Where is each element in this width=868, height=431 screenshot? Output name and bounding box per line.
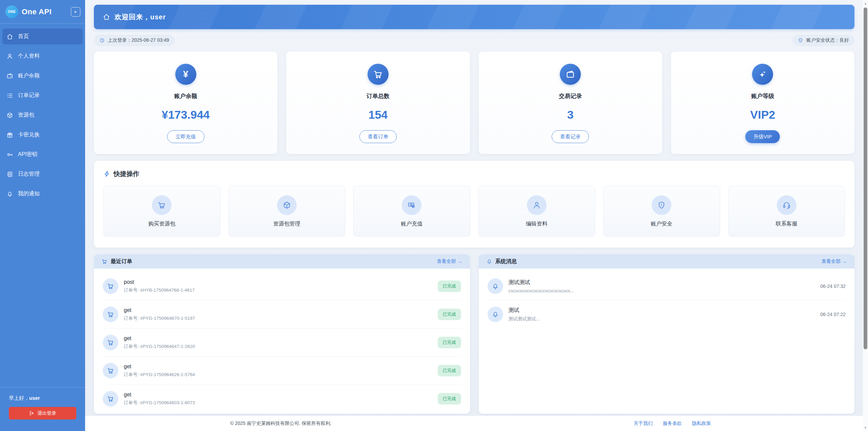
sidebar-item-label: 订单记录: [18, 92, 40, 99]
system-messages-header: 系统消息 查看全部 →: [479, 254, 855, 269]
stat-value: 154: [369, 108, 388, 121]
system-messages-panel: 系统消息 查看全部 →: [479, 254, 855, 414]
order-number: 订单号: #PYG-1750964626-1-5764: [124, 372, 432, 378]
sidebar-collapse-button[interactable]: [71, 7, 80, 17]
order-row[interactable]: get 订单号: #PYG-1750964626-1-5764 已完成: [103, 356, 461, 385]
cart-icon: [103, 335, 118, 350]
status-badge: 已完成: [438, 280, 461, 292]
package-icon: [6, 112, 13, 119]
order-name: post: [124, 279, 432, 285]
order-number: 订单号: #HYB-1750964768-1-4617: [124, 287, 432, 293]
order-row[interactable]: get 订单号: #PYG-1750964647-1-2620 已完成: [103, 328, 461, 356]
view-orders-button[interactable]: 查看订单: [359, 130, 397, 143]
footer-link-privacy[interactable]: 隐私政策: [692, 420, 711, 427]
order-number: 订单号: #PYG-1750964647-1-2620: [124, 344, 432, 350]
bell-icon: [488, 307, 503, 322]
order-row[interactable]: get 订单号: #PYG-1750964670-1-5197 已完成: [103, 300, 461, 328]
message-info: 测试测试 cscscscscscscsccscscscscscs...: [509, 279, 815, 293]
stat-value: ¥173.944: [162, 108, 210, 121]
message-row[interactable]: 测试 测试测试测试... 06-24 07:22: [488, 300, 846, 328]
sidebar-item-notifications[interactable]: 我的通知: [2, 186, 83, 202]
user-icon: [6, 53, 13, 60]
sidebar-item-redeem[interactable]: 卡密兑换: [2, 127, 83, 143]
order-info: get 订单号: #PYG-1750964670-1-5197: [124, 307, 432, 321]
quick-action-recharge[interactable]: 账户充值: [353, 186, 470, 237]
system-messages-title: 系统消息: [495, 258, 819, 265]
recharge-now-button[interactable]: 立即充值: [167, 130, 204, 143]
stat-card-transactions: 交易记录 3 查看记录: [479, 52, 662, 154]
last-login-text: 上次登录：2025-06-27 03:49: [108, 37, 169, 43]
quick-action-edit-profile[interactable]: 编辑资料: [478, 186, 595, 237]
welcome-banner: 欢迎回来，user: [94, 5, 854, 29]
sidebar-item-home[interactable]: 首页: [2, 28, 83, 44]
view-all-label: 查看全部: [822, 258, 841, 265]
sidebar-item-packages[interactable]: 资源包: [2, 107, 83, 123]
tile-label: 账户充值: [401, 220, 422, 228]
logout-button[interactable]: 退出登录: [9, 407, 76, 419]
message-row[interactable]: 测试测试 cscscscscscscsccscscscscscs... 06-2…: [488, 272, 846, 300]
status-badge: 已完成: [438, 337, 461, 348]
sidebar-item-label: 日志管理: [18, 171, 40, 178]
message-time: 06-24 07:32: [820, 283, 846, 289]
orders-list: post 订单号: #HYB-1750964768-1-4617 已完成: [94, 269, 470, 413]
stat-title: 账户余额: [174, 92, 197, 100]
status-badge: 已完成: [438, 365, 461, 376]
footer-link-about[interactable]: 关于我们: [634, 420, 653, 427]
last-login-pill: 上次登录：2025-06-27 03:49: [94, 35, 175, 46]
scroll-up-arrow-icon[interactable]: ▲: [863, 1, 868, 6]
sidebar-item-orders[interactable]: 订单记录: [2, 87, 83, 103]
quick-action-account-security[interactable]: 账户安全: [603, 186, 720, 237]
stat-title: 交易记录: [559, 92, 582, 100]
scrollbar-thumb[interactable]: [864, 7, 867, 349]
status-badge: 已完成: [438, 309, 461, 320]
sidebar-item-api-keys[interactable]: API密钥: [2, 146, 83, 162]
messages-view-all-link[interactable]: 查看全部 →: [822, 258, 847, 265]
stat-card-orders: 订单总数 154 查看订单: [286, 52, 470, 154]
quick-action-contact-support[interactable]: 联系客服: [728, 186, 845, 237]
order-list-icon: [6, 92, 13, 99]
gift-icon: [6, 132, 13, 138]
bell-icon: [6, 191, 13, 197]
order-name: get: [124, 392, 432, 398]
quick-actions-title: 快捷操作: [114, 170, 139, 178]
bell-icon: [486, 258, 492, 265]
stat-card-level: 账户等级 VIP2 升级VIP: [671, 52, 854, 154]
cart-icon: [101, 258, 107, 265]
view-transactions-button[interactable]: 查看记录: [552, 130, 589, 143]
sparkles-icon: [752, 64, 773, 85]
scroll-down-arrow-icon[interactable]: ▼: [863, 425, 868, 430]
quick-actions-tiles: 购买资源包 资源包管理 账户充值: [103, 186, 845, 237]
footer-link-terms[interactable]: 服务条款: [663, 420, 682, 427]
quick-action-buy-package[interactable]: 购买资源包: [103, 186, 220, 237]
arrow-left-icon: [73, 9, 78, 15]
orders-view-all-link[interactable]: 查看全部 →: [437, 258, 462, 265]
greeting-text: 早上好，user: [9, 395, 76, 401]
order-row[interactable]: post 订单号: #HYB-1750964768-1-4617 已完成: [103, 272, 461, 300]
sidebar-item-label: 首页: [18, 33, 29, 40]
sidebar-item-label: 个人资料: [18, 53, 40, 60]
order-number: 订单号: #PYG-1750964670-1-5197: [124, 315, 432, 321]
brand-title: One API: [22, 7, 67, 16]
arrow-right-icon: →: [458, 259, 462, 264]
main-area: 欢迎回来，user 上次登录：2025-06-27 03:49 账户安全状态：良…: [85, 0, 868, 431]
sidebar-item-profile[interactable]: 个人资料: [2, 48, 83, 64]
tile-label: 编辑资料: [526, 220, 548, 228]
sidebar-item-logs[interactable]: 日志管理: [2, 166, 83, 182]
order-row[interactable]: get 订单号: #PYG-1750964603-1-6073 已完成: [103, 385, 461, 413]
message-preview: 测试测试测试...: [509, 316, 815, 322]
sidebar-footer: 早上好，user 退出登录: [0, 387, 85, 431]
quick-action-manage-packages[interactable]: 资源包管理: [229, 186, 346, 237]
cart-icon: [103, 391, 118, 407]
cart-icon: [103, 278, 118, 294]
sidebar-item-label: API密钥: [18, 151, 38, 158]
logout-label: 退出登录: [37, 410, 56, 416]
order-name: get: [124, 335, 432, 341]
vertical-scrollbar[interactable]: ▲ ▼: [863, 0, 868, 431]
page-footer: © 2025 南宁史莱姆科技有限公司. 保留所有权利. 关于我们 服务条款 隐私…: [85, 415, 868, 431]
order-name: get: [124, 364, 432, 370]
order-number: 订单号: #PYG-1750964603-1-6073: [124, 400, 432, 406]
cart-icon: [368, 64, 389, 85]
upgrade-vip-button[interactable]: 升级VIP: [745, 130, 780, 143]
home-icon: [103, 13, 110, 21]
sidebar-item-balance[interactable]: 账户余额: [2, 68, 83, 84]
